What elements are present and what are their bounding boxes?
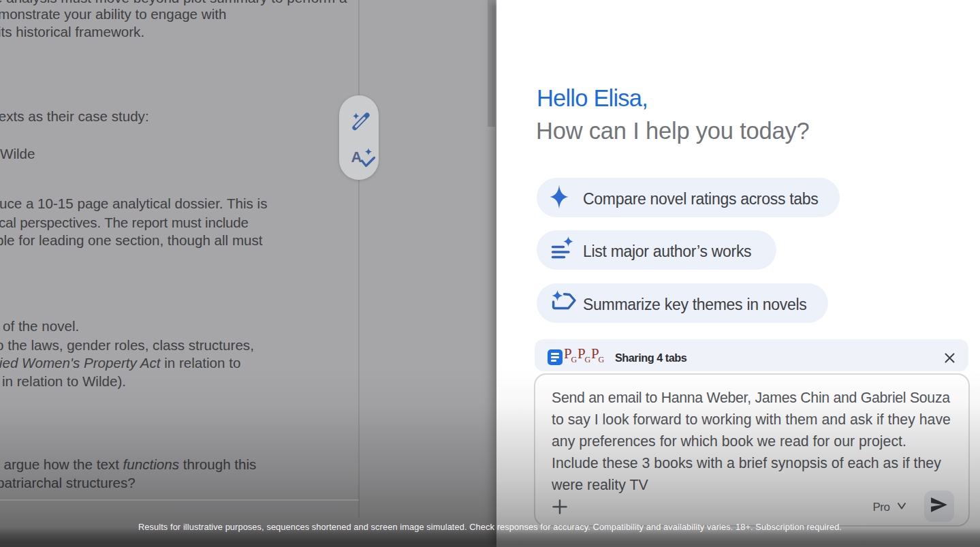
svg-text:A: A [351, 149, 362, 166]
